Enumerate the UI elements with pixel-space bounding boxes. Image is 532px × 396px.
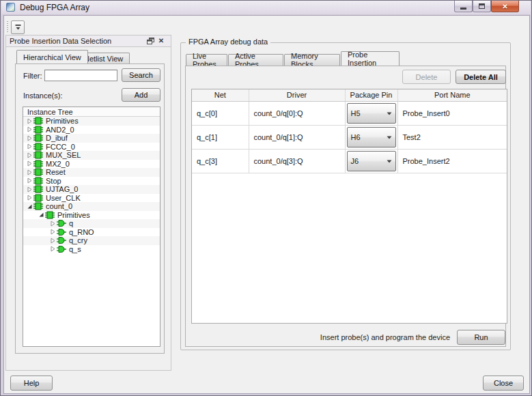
tree-item-label: Stop (46, 177, 61, 186)
add-button[interactable]: Add (122, 88, 160, 102)
tree-item-label: User_CLK (46, 194, 81, 203)
minimize-button[interactable] (454, 1, 473, 12)
filter-label: Filter: (23, 72, 42, 80)
tab-probe-insertion[interactable]: Probe Insertion (341, 51, 400, 66)
port-name-cell[interactable]: Probe_Insert0 (397, 101, 507, 125)
driver-cell[interactable]: count_0/q[0]:Q (249, 101, 345, 125)
delete-all-button[interactable]: Delete All (456, 70, 506, 84)
dock-header[interactable]: Probe Insertion Data Selection ✕ (6, 36, 171, 47)
tree-item-q_rno[interactable]: q_RNO (23, 228, 160, 237)
search-button[interactable]: Search (122, 68, 160, 82)
expand-arrow-icon[interactable] (26, 186, 33, 193)
chevron-down-icon (387, 136, 392, 139)
chip-icon (33, 194, 44, 202)
help-button[interactable]: Help (10, 376, 53, 391)
driver-cell[interactable]: count_0/q[1]:Q (249, 125, 345, 149)
dock-title: Probe Insertion Data Selection (10, 36, 111, 46)
debug-fpga-array-window: Debug FPGA Array ✕ Probe Insertion Data … (0, 0, 532, 396)
driver-cell[interactable]: count_0/q[3]:Q (249, 149, 345, 173)
expand-arrow-icon[interactable] (26, 135, 33, 141)
float-panel-button[interactable] (147, 38, 154, 45)
expand-arrow-icon[interactable] (26, 169, 33, 175)
expand-arrow-icon[interactable] (49, 229, 56, 236)
maximize-button[interactable] (473, 1, 491, 12)
delete-button[interactable]: Delete (402, 70, 451, 84)
tree-item-mx2_0[interactable]: MX2_0 (23, 160, 160, 169)
hierarchical-view-pane: Filter: Search Instance(s): Add Instance… (15, 63, 165, 354)
expand-arrow-icon[interactable] (26, 126, 33, 133)
col-header-port-name[interactable]: Port Name (397, 89, 507, 101)
package-pin-cell: H6 (345, 125, 397, 149)
filter-input[interactable] (44, 70, 117, 81)
float-panel-icon (147, 38, 154, 44)
tab-active-probes[interactable]: Active Probes (228, 54, 283, 66)
dock-close-button[interactable]: ✕ (157, 36, 165, 46)
expand-arrow-icon[interactable] (49, 237, 56, 244)
tree-item-count_0[interactable]: count_0 (23, 202, 160, 211)
col-header-package-pin[interactable]: Package Pin (345, 89, 397, 101)
package-pin-select[interactable]: H6 (347, 127, 396, 147)
expand-arrow-icon[interactable] (26, 195, 33, 201)
package-pin-cell: H5 (345, 101, 397, 125)
expand-arrow-icon[interactable] (49, 220, 56, 227)
tree-item-q[interactable]: q (23, 219, 160, 228)
tree-item-mux_sel[interactable]: MUX_SEL (23, 151, 160, 160)
tab-live-probes[interactable]: Live Probes (186, 54, 227, 66)
tree-item-fccc_0[interactable]: FCCC_0 (23, 143, 160, 152)
tree-item-primitives[interactable]: Primitives (23, 117, 160, 126)
collapse-arrow-icon[interactable] (38, 212, 44, 218)
close-button[interactable]: Close (483, 376, 524, 391)
package-pin-cell: J6 (345, 149, 397, 173)
expand-arrow-icon[interactable] (49, 246, 56, 253)
expand-arrow-icon[interactable] (26, 160, 33, 167)
tree-item-and2_0[interactable]: AND2_0 (23, 126, 160, 135)
tree-item-d_ibuf[interactable]: D_ibuf (23, 134, 160, 143)
toolbar-menu-button[interactable] (11, 20, 25, 34)
net-cell[interactable]: q_c[0] (192, 101, 249, 125)
chip-icon (33, 117, 44, 125)
chip-icon (33, 134, 44, 142)
instance-tree: Instance Tree PrimitivesAND2_0D_ibufFCCC… (23, 107, 160, 347)
tree-item-stop[interactable]: Stop (23, 177, 160, 186)
package-pin-select[interactable]: J6 (347, 151, 396, 171)
tree-item-user_clk[interactable]: User_CLK (23, 194, 160, 203)
instances-label: Instance(s): (23, 91, 62, 100)
group-title: FPGA Array debug data (186, 38, 270, 46)
instance-tree-header: Instance Tree (23, 107, 160, 117)
toolbar-drag-handle[interactable] (7, 21, 8, 33)
window-close-button[interactable]: ✕ (491, 1, 519, 12)
chevron-down-icon (387, 160, 392, 163)
chip-icon (45, 211, 55, 219)
chip-icon (33, 151, 44, 159)
chip-icon (33, 177, 44, 185)
port-name-cell[interactable]: Test2 (397, 125, 507, 149)
tab-hierarchical-view[interactable]: Hierarchical View (16, 50, 88, 63)
package-pin-value: J6 (351, 157, 359, 165)
expand-arrow-icon[interactable] (26, 178, 33, 184)
tree-item-label: MUX_SEL (46, 151, 81, 160)
run-button[interactable]: Run (457, 330, 505, 345)
dialog-client-area: Probe Insertion Data Selection ✕ Hierarc… (3, 15, 530, 394)
tree-item-q_s[interactable]: q_s (23, 245, 160, 254)
net-cell[interactable]: q_c[3] (192, 149, 249, 173)
expand-arrow-icon[interactable] (26, 152, 33, 158)
tree-item-primitives[interactable]: Primitives (23, 211, 160, 220)
probe-table-row: q_c[0]count_0/q[0]:QH5Probe_Insert0 (192, 101, 507, 125)
tree-item-reset[interactable]: Reset (23, 168, 160, 177)
tree-item-label: q (69, 219, 73, 228)
package-pin-select[interactable]: H5 (347, 103, 396, 124)
collapse-arrow-icon[interactable] (26, 203, 33, 210)
run-description-label: Insert probe(s) and program the device (320, 330, 450, 345)
port-name-cell[interactable]: Probe_Insert2 (397, 149, 507, 173)
tree-item-q_cry[interactable]: q_cry (23, 236, 160, 245)
col-header-driver[interactable]: Driver (249, 89, 345, 101)
net-cell[interactable]: q_c[1] (192, 125, 249, 149)
tree-item-ujtag_0[interactable]: UJTAG_0 (23, 185, 160, 194)
expand-arrow-icon[interactable] (26, 143, 33, 150)
expand-arrow-icon[interactable] (26, 117, 33, 124)
gate-icon (57, 219, 67, 227)
titlebar[interactable]: Debug FPGA Array ✕ (1, 1, 531, 14)
tab-memory-blocks[interactable]: Memory Blocks (284, 54, 340, 66)
col-header-net[interactable]: Net (192, 89, 249, 101)
gate-icon (57, 245, 67, 253)
